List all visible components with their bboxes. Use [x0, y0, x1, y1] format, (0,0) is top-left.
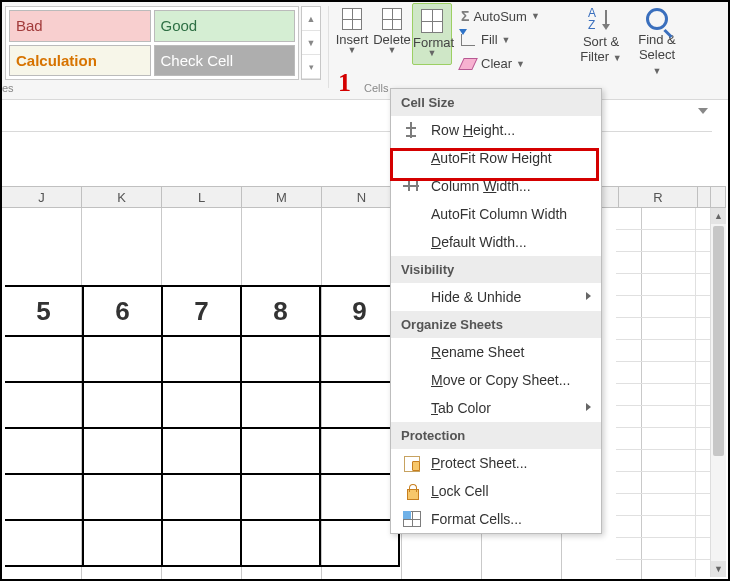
format-dropdown: Cell Size Row Height... AutoFit Row Heig…: [390, 88, 602, 534]
chevron-down-icon: ▼: [531, 11, 540, 21]
menu-label: Default Width...: [431, 234, 527, 250]
menu-label: Tab Color: [431, 400, 491, 416]
ribbon: Bad Good Calculation Check Cell ▲ ▼ ▾ es…: [2, 2, 728, 100]
cell-grid-right[interactable]: [616, 208, 710, 577]
menu-tab-color[interactable]: Tab Color: [391, 394, 601, 422]
style-good[interactable]: Good: [154, 10, 296, 42]
menu-label: AutoFit Row Height: [431, 150, 552, 166]
chevron-down-icon: ▼: [502, 35, 511, 45]
style-check-cell[interactable]: Check Cell: [154, 45, 296, 77]
insert-button[interactable]: Insert ▼: [332, 8, 372, 66]
menu-label: Row Height...: [431, 122, 515, 138]
menu-label: Protect Sheet...: [431, 455, 528, 471]
find-select-label2: Select: [639, 47, 675, 62]
col-header[interactable]: L: [162, 187, 242, 207]
find-select-button[interactable]: Find & Select ▼: [633, 8, 681, 77]
format-icon: [421, 9, 443, 33]
chevron-up-icon[interactable]: ▲: [302, 7, 320, 31]
menu-lock-cell[interactable]: Lock Cell: [391, 477, 601, 505]
spacer-icon: [403, 400, 421, 416]
styles-gallery-scroll[interactable]: ▲ ▼ ▾: [301, 6, 321, 80]
table-cell[interactable]: 8: [242, 287, 321, 337]
menu-label: Column Width...: [431, 178, 531, 194]
menu-label: Hide & Unhide: [431, 289, 521, 305]
menu-header-visibility: Visibility: [391, 256, 601, 283]
column-width-icon: [403, 178, 421, 194]
spacer-icon: [403, 206, 421, 222]
lock-icon: [403, 483, 421, 499]
menu-rename-sheet[interactable]: Rename Sheet: [391, 338, 601, 366]
formula-bar[interactable]: [2, 100, 712, 132]
menu-label: AutoFit Column Width: [431, 206, 567, 222]
spacer-icon: [403, 150, 421, 166]
annotation-1: 1: [338, 68, 351, 98]
sheet-corner[interactable]: [710, 186, 726, 208]
spacer-icon: [403, 344, 421, 360]
sort-filter-label1: Sort &: [583, 34, 619, 49]
spreadsheet-viewport[interactable]: J K L M N 5 6 7 8 9: [2, 132, 712, 579]
expand-formula-bar-icon[interactable]: [698, 108, 708, 114]
clear-button[interactable]: Clear ▼: [461, 56, 525, 71]
eraser-icon: [458, 58, 478, 70]
menu-label: Format Cells...: [431, 511, 522, 527]
ribbon-separator: [328, 6, 329, 88]
col-header[interactable]: R: [618, 186, 698, 208]
menu-label: Move or Copy Sheet...: [431, 372, 570, 388]
sort-icon: [588, 8, 614, 32]
menu-default-width[interactable]: Default Width...: [391, 228, 601, 256]
table-cell[interactable]: 6: [84, 287, 163, 337]
cells-group-label: Cells: [364, 82, 388, 94]
row-height-icon: [403, 122, 421, 138]
vertical-scrollbar[interactable]: ▲ ▼: [710, 208, 726, 577]
autosum-button[interactable]: AutoSum ▼: [461, 8, 540, 24]
style-bad[interactable]: Bad: [9, 10, 151, 42]
menu-format-cells[interactable]: Format Cells...: [391, 505, 601, 533]
menu-autofit-column-width[interactable]: AutoFit Column Width: [391, 200, 601, 228]
search-icon: [646, 8, 668, 30]
menu-protect-sheet[interactable]: Protect Sheet...: [391, 449, 601, 477]
fill-icon: [461, 34, 475, 46]
table-cell[interactable]: 7: [163, 287, 242, 337]
format-button[interactable]: Format ▼: [412, 3, 452, 65]
protect-sheet-icon: [403, 455, 421, 471]
scroll-down-icon[interactable]: ▼: [711, 561, 726, 577]
sort-filter-label2: Filter: [580, 49, 609, 64]
menu-header-protection: Protection: [391, 422, 601, 449]
table-cell[interactable]: 9: [321, 287, 400, 337]
spacer-icon: [403, 234, 421, 250]
spacer-icon: [403, 372, 421, 388]
menu-autofit-row-height[interactable]: AutoFit Row Height: [391, 144, 601, 172]
chevron-right-icon: [586, 292, 591, 300]
scroll-thumb[interactable]: [713, 226, 724, 456]
autosum-label: AutoSum: [473, 9, 526, 24]
delete-button[interactable]: Delete ▼: [372, 8, 412, 66]
menu-move-copy-sheet[interactable]: Move or Copy Sheet...: [391, 366, 601, 394]
fill-label: Fill: [481, 32, 498, 47]
cell-styles-gallery[interactable]: Bad Good Calculation Check Cell: [5, 6, 299, 80]
chevron-right-icon: [586, 403, 591, 411]
menu-column-width[interactable]: Column Width...: [391, 172, 601, 200]
col-header[interactable]: K: [82, 187, 162, 207]
chevron-down-icon[interactable]: ▼: [302, 31, 320, 55]
menu-header-cellsize: Cell Size: [391, 89, 601, 116]
col-header[interactable]: M: [242, 187, 322, 207]
sort-filter-button[interactable]: Sort & Filter ▼: [577, 8, 625, 64]
insert-icon: [342, 8, 362, 30]
scroll-up-icon[interactable]: ▲: [711, 208, 726, 224]
column-headers[interactable]: J K L M N: [2, 186, 712, 208]
menu-hide-unhide[interactable]: Hide & Unhide: [391, 283, 601, 311]
spacer-icon: [403, 289, 421, 305]
format-cells-icon: [403, 511, 421, 527]
expand-gallery-icon[interactable]: ▾: [302, 55, 320, 79]
menu-label: Lock Cell: [431, 483, 489, 499]
table-cell[interactable]: 5: [5, 287, 84, 337]
menu-label: Rename Sheet: [431, 344, 524, 360]
bordered-table[interactable]: 5 6 7 8 9: [5, 285, 401, 567]
chevron-down-icon: ▼: [653, 66, 662, 76]
style-calculation[interactable]: Calculation: [9, 45, 151, 77]
fill-button[interactable]: Fill ▼: [461, 32, 511, 47]
clear-label: Clear: [481, 56, 512, 71]
col-header[interactable]: J: [2, 187, 82, 207]
menu-row-height[interactable]: Row Height...: [391, 116, 601, 144]
styles-group-label: es: [2, 82, 14, 94]
